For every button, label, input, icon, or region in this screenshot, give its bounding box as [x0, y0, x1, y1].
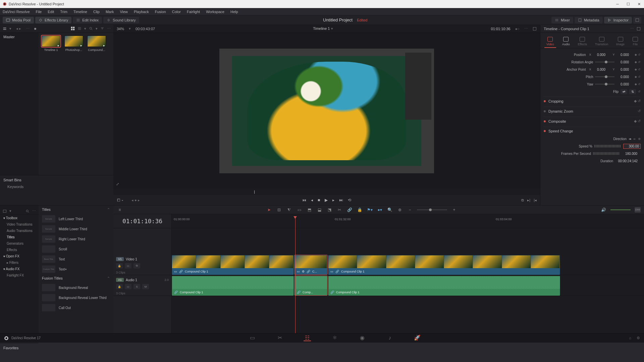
metadata-toggle[interactable]: Metadata — [575, 17, 603, 23]
media-pool-toggle[interactable]: Media Pool — [3, 17, 34, 23]
minimize-button[interactable]: ─ — [615, 2, 620, 6]
clip-thumb[interactable]: Timeline 1 — [41, 36, 61, 52]
inspector-toggle[interactable]: Inspector — [604, 17, 632, 23]
inspector-tab-video[interactable]: Video — [544, 36, 556, 48]
edit-index-toggle[interactable]: Edit Index — [73, 17, 102, 23]
go-next-icon[interactable]: ▸| — [527, 198, 530, 202]
stop-button[interactable]: ■ — [318, 198, 320, 202]
clip-thumb[interactable]: Compound... — [87, 36, 106, 52]
fusion-title-preset[interactable]: Call Out — [39, 303, 113, 313]
fx-view-icon[interactable] — [3, 209, 7, 213]
fusion-title-preset[interactable]: Background Reveal Lower Third — [39, 293, 113, 303]
menu-mark[interactable]: Mark — [106, 10, 114, 14]
fx-audio-transitions[interactable]: Audio Transitions — [0, 228, 39, 234]
inspector-tab-effects[interactable]: Effects — [576, 36, 589, 48]
title-preset[interactable]: SampleMiddle Lower Third — [39, 224, 113, 234]
inspector-tab-file[interactable]: File — [631, 36, 640, 48]
first-frame-button[interactable]: ⏮ — [302, 198, 306, 202]
razor-icon[interactable]: ✂ — [336, 207, 342, 213]
timeline-ruler[interactable]: 01:00:00:00 01:01:32:00 01:03:04:00 — [172, 214, 644, 228]
menu-view[interactable]: View — [120, 10, 128, 14]
color-page-icon[interactable]: ◉ — [359, 335, 366, 341]
go-prev-icon[interactable]: |◂ — [534, 198, 537, 202]
inspector-expand-icon[interactable] — [637, 27, 641, 31]
fps-value[interactable]: 180.000 — [622, 152, 641, 156]
zoom-slider[interactable] — [417, 209, 447, 210]
menu-file[interactable]: File — [36, 10, 42, 14]
audio-track-header[interactable]: A1Audio 12.0 🔒▭SM 3 Clips — [113, 275, 171, 296]
viewer-canvas[interactable]: ⤢ — [113, 33, 540, 189]
position-x-value[interactable]: 0.000 — [593, 53, 609, 57]
disable-track-icon[interactable]: ⧉ — [133, 263, 140, 268]
menu-resolve[interactable]: DaVinci Resolve — [3, 10, 30, 14]
flip-h-button[interactable]: ⇄ — [621, 89, 627, 94]
home-icon[interactable]: ⌂ — [629, 336, 631, 340]
title-preset[interactable]: Scroll — [39, 244, 113, 254]
menu-fairlight[interactable]: Fairlight — [187, 10, 200, 14]
mute-icon[interactable]: 🔊 — [600, 207, 606, 213]
fx-search-icon[interactable] — [25, 209, 30, 213]
yaw-slider[interactable] — [595, 84, 614, 84]
media-page-icon[interactable]: ▭ — [249, 335, 256, 341]
bypass-icon[interactable]: ◂ ● ▸ — [131, 198, 140, 202]
pitch-value[interactable]: 0.000 — [616, 75, 633, 79]
title-preset[interactable]: SampleRight Lower Third — [39, 234, 113, 244]
crop-tool-icon[interactable]: ⧠ ▾ — [117, 198, 123, 202]
dir-freeze-button[interactable]: ❄ — [638, 137, 641, 141]
lock-track-icon[interactable]: 🔒 — [116, 284, 123, 289]
menu-fusion[interactable]: Fusion — [155, 10, 166, 14]
menu-help[interactable]: Help — [230, 10, 238, 14]
fx-openfx[interactable]: ▾ Open FX — [0, 253, 39, 259]
zoom-in-icon[interactable]: + — [451, 207, 457, 213]
cut-page-icon[interactable]: ✂ — [276, 335, 283, 341]
dir-fwd-button[interactable]: ↠ — [629, 137, 631, 141]
sort-icon[interactable] — [100, 26, 104, 31]
transform-handle-icon[interactable]: ⤢ — [116, 182, 119, 186]
fps-scrubber[interactable] — [593, 152, 620, 155]
fx-generators[interactable]: Generators — [0, 240, 39, 247]
auto-select-icon[interactable]: ▭ — [125, 263, 131, 268]
bin-master[interactable]: Master — [0, 33, 39, 175]
match-frame-icon[interactable]: ⧉ — [521, 198, 524, 202]
cropping-section[interactable]: Cropping◆ ↺ — [544, 97, 641, 105]
selection-tool-icon[interactable]: ➤ — [266, 207, 272, 213]
prev-frame-button[interactable]: ◂ — [311, 198, 313, 202]
dim-button[interactable]: DIM — [635, 207, 641, 213]
lock-icon[interactable]: 🔒 — [357, 207, 363, 213]
list-icon[interactable] — [77, 26, 82, 31]
fx-video-transitions[interactable]: Video Transitions — [0, 221, 39, 228]
fx-toolbox[interactable]: ▾ Toolbox — [0, 215, 39, 221]
insert-icon[interactable]: ⬒ — [306, 207, 312, 213]
clip-thumb[interactable]: Photoshop... — [64, 36, 84, 52]
expand-viewer-icon[interactable] — [533, 27, 537, 31]
duration-value[interactable]: 00:00:24:142 — [615, 159, 641, 163]
anchor-x-value[interactable]: 0.000 — [593, 68, 609, 71]
position-y-value[interactable]: 0.000 — [616, 53, 633, 57]
tl-zoom-icon[interactable]: ⊕ — [397, 207, 403, 213]
menu-edit[interactable]: Edit — [48, 10, 54, 14]
composite-section[interactable]: Composite◆ ↺ — [544, 117, 641, 125]
zoom-out-icon[interactable]: − — [407, 207, 413, 213]
menu-clip[interactable]: Clip — [93, 10, 100, 14]
rotation-value[interactable]: 0.000 — [616, 60, 633, 64]
speed-value[interactable]: 300.00 — [623, 144, 641, 149]
timeline-selector[interactable]: Timeline 1 ▾ — [160, 26, 486, 31]
last-frame-button[interactable]: ⏭ — [339, 198, 343, 202]
settings-icon[interactable]: ⚙ — [637, 336, 640, 340]
fusion-page-icon[interactable]: ⚛ — [331, 335, 338, 341]
menu-workspace[interactable]: Workspace — [206, 10, 224, 14]
next-frame-button[interactable]: ▸ — [332, 198, 334, 202]
video-track-lane[interactable]: ▭🔗Compound Clip 1 ▭⚙🔗C... ▭🔗Compound Cli… — [172, 254, 644, 275]
title-preset[interactable]: SampleLeft Lower Third — [39, 214, 113, 224]
smart-bin-keywords[interactable]: Keywords — [3, 185, 110, 189]
volume-slider[interactable] — [610, 209, 631, 210]
dynamic-zoom-section[interactable]: Dynamic Zoom↺ — [544, 107, 641, 115]
title-preset[interactable]: Basic TitleText — [39, 254, 113, 264]
trim-tool-icon[interactable]: ⊟ — [276, 207, 282, 213]
mute-button[interactable]: M — [142, 284, 149, 289]
speed-change-section[interactable]: Speed Change — [544, 127, 641, 135]
fx-audiofx[interactable]: ▾ Audio FX — [0, 266, 39, 272]
inspector-tab-transition[interactable]: Transition — [593, 36, 610, 48]
fusion-title-preset[interactable]: Background Reveal — [39, 283, 113, 293]
marker-icon[interactable]: ●▾ — [377, 207, 383, 213]
